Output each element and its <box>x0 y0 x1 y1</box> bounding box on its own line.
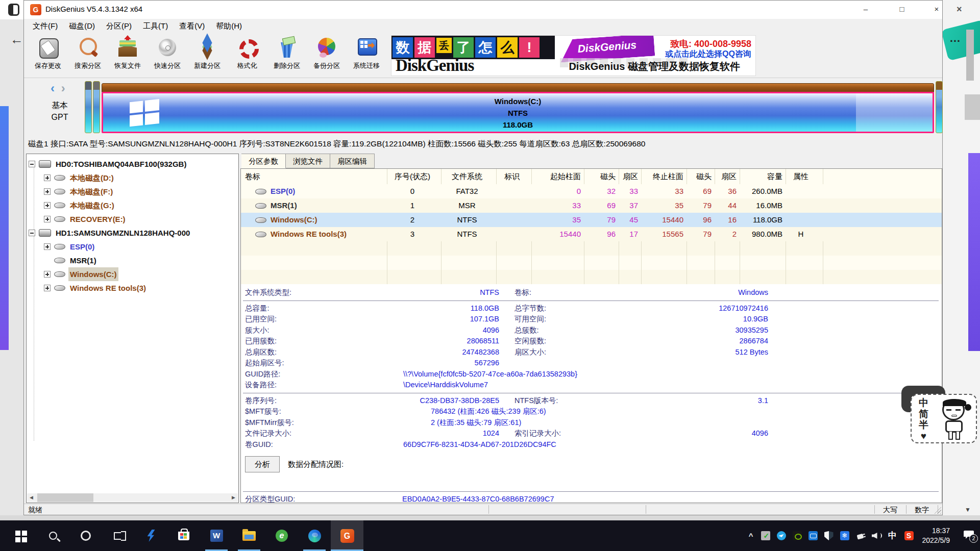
scroll-left-icon[interactable]: ◀ <box>27 493 36 502</box>
col-filesystem[interactable]: 文件系统 <box>441 169 493 184</box>
backup-partition-button[interactable]: 备份分区 <box>307 34 347 77</box>
hidden-icons-chevron[interactable]: ^ <box>749 532 753 540</box>
maximize-button[interactable]: □ <box>893 3 911 16</box>
col-start-cylinder[interactable]: 起始柱面 <box>531 169 581 184</box>
tree-item-hd1[interactable]: HD1:SAMSUNGMZNLN128HAHQ-000 <box>27 226 238 240</box>
titlebar[interactable]: G DiskGenius V5.4.3.1342 x64 – □ × <box>24 1 942 19</box>
col-start-sector[interactable]: 扇区 <box>619 169 638 184</box>
green-browser-button[interactable] <box>265 520 298 551</box>
taskbar-clock[interactable]: 18:37 2022/5/9 <box>922 526 950 545</box>
col-start-head[interactable]: 磁头 <box>584 169 616 184</box>
tree-item-local-g[interactable]: 本地磁盘(G:) <box>27 198 238 212</box>
disk-header-bar[interactable] <box>102 83 934 92</box>
edge-button[interactable] <box>298 520 331 551</box>
power-tray-icon[interactable] <box>854 530 866 541</box>
save-changes-button[interactable]: 保存更改 <box>28 34 68 77</box>
quick-partition-button[interactable]: 快速分区 <box>148 34 187 77</box>
col-seq-status[interactable]: 序号(状态) <box>387 169 438 184</box>
col-end-sector[interactable]: 扇区 <box>715 169 737 184</box>
menu-disk[interactable]: 磁盘(D) <box>63 20 101 32</box>
scroll-right-icon[interactable]: ▶ <box>229 493 238 502</box>
snowflake-tray-icon[interactable] <box>840 531 849 540</box>
tree-expander-icon[interactable] <box>29 161 35 167</box>
col-capacity[interactable]: 容量 <box>740 169 782 184</box>
sogou-tray-icon[interactable] <box>904 531 914 540</box>
defender-tray-icon[interactable] <box>824 531 834 540</box>
tree-item-local-f[interactable]: 本地磁盘(F:) <box>27 185 238 198</box>
tree-item-recovery-e[interactable]: RECOVERY(E:) <box>27 212 238 226</box>
diskgenius-taskbar-button[interactable] <box>331 520 363 551</box>
tree-expander-icon[interactable] <box>44 188 51 195</box>
msr-partition-strip[interactable] <box>93 81 100 133</box>
new-partition-button[interactable]: 新建分区 <box>187 34 227 77</box>
background-ellipsis-icon[interactable]: … <box>949 32 961 45</box>
partition-row-windows-re[interactable]: Windows RE tools(3) 3 NTFS 15440 96 17 1… <box>241 227 942 241</box>
tree-expander-icon[interactable] <box>44 243 51 250</box>
background-scrollbar[interactable] <box>966 30 974 81</box>
menu-file[interactable]: 文件(F) <box>27 20 63 32</box>
system-migration-button[interactable]: 系统迁移 <box>347 34 386 77</box>
tab-sector-edit[interactable]: 扇区编辑 <box>330 154 375 168</box>
partition-row-esp[interactable]: ESP(0) 0 FAT32 0 32 33 33 69 36 <box>241 184 942 198</box>
volume-tray-icon[interactable] <box>872 531 881 540</box>
esp-partition-strip[interactable] <box>85 81 92 133</box>
file-explorer-button[interactable] <box>233 520 265 551</box>
menu-help[interactable]: 帮助(H) <box>210 20 248 32</box>
scrollbar-thumb[interactable] <box>37 493 93 502</box>
partition-row-msr[interactable]: MSR(1) 1 MSR 33 69 37 35 79 44 <box>241 198 942 213</box>
tree-expander-icon[interactable] <box>44 216 51 222</box>
table-header-row[interactable]: 卷标 序号(状态) 文件系统 标识 起始柱面 磁头 扇区 终止柱面 磁头 扇区 … <box>241 169 942 184</box>
partition-row-windows-c[interactable]: Windows(C:) 2 NTFS 35 79 45 15440 96 <box>241 213 942 227</box>
col-end-cylinder[interactable]: 终止柱面 <box>641 169 683 184</box>
taskbar-flash-app[interactable] <box>135 520 167 551</box>
minimize-button[interactable]: – <box>857 3 874 16</box>
tree-expander-icon[interactable] <box>29 230 35 236</box>
bird-tray-icon[interactable] <box>777 531 786 540</box>
taskbar-search-button[interactable] <box>37 520 69 551</box>
menu-tools[interactable]: 工具(T) <box>137 20 174 32</box>
tree-item-hd0[interactable]: HD0:TOSHIBAMQ04ABF100(932GB) <box>27 157 238 171</box>
next-disk-icon[interactable]: › <box>61 81 65 95</box>
close-button[interactable]: × <box>928 3 945 16</box>
intel-graphics-tray-icon[interactable] <box>808 531 818 540</box>
word-button[interactable] <box>200 520 233 551</box>
menu-partition[interactable]: 分区(P) <box>101 20 137 32</box>
col-volume-label[interactable]: 卷标 <box>245 169 260 184</box>
background-dropdown-icon[interactable]: ▼ <box>965 506 971 513</box>
windows-re-partition-strip[interactable] <box>936 81 943 133</box>
menu-view[interactable]: 查看(V) <box>174 20 210 32</box>
format-button[interactable]: 格式化 <box>227 34 267 77</box>
ime-language-tray-icon[interactable]: 中 <box>888 531 898 540</box>
action-center-icon[interactable]: 2 <box>964 531 975 541</box>
nvidia-tray-icon[interactable] <box>793 531 802 540</box>
tree-expander-icon[interactable] <box>44 174 51 181</box>
col-attributes[interactable]: 属性 <box>786 169 816 184</box>
microsoft-store-button[interactable] <box>167 520 200 551</box>
tree-item-esp[interactable]: ESP(0) <box>27 240 238 254</box>
cortana-button[interactable] <box>69 520 102 551</box>
back-arrow-icon[interactable]: ← <box>10 32 23 47</box>
background-close-icon[interactable]: × <box>957 4 962 15</box>
tab-browse-files[interactable]: 浏览文件 <box>286 154 330 168</box>
tree-item-msr[interactable]: MSR(1) <box>27 254 238 267</box>
update-ok-tray-icon[interactable] <box>761 531 770 540</box>
col-identifier[interactable]: 标识 <box>496 169 528 184</box>
prev-disk-icon[interactable]: ‹ <box>51 81 55 95</box>
windows-c-partition-box[interactable]: Windows(C:) NTFS 118.0GB <box>102 92 934 133</box>
tab-partition-params[interactable]: 分区参数 <box>241 154 286 168</box>
tree-expander-icon[interactable] <box>44 285 51 291</box>
disk-nav-arrows[interactable]: ‹ › <box>51 81 65 95</box>
tree-expander-icon[interactable] <box>44 271 51 278</box>
recover-files-button[interactable]: 恢复文件 <box>108 34 148 77</box>
col-end-head[interactable]: 磁头 <box>687 169 712 184</box>
sogou-ime-panel[interactable]: 中 简 半 ♥ <box>911 394 977 443</box>
analyze-button[interactable]: 分析 <box>245 456 280 472</box>
task-view-button[interactable] <box>102 520 135 551</box>
resize-grip[interactable] <box>934 507 941 514</box>
tree-item-windows-re[interactable]: Windows RE tools(3) <box>27 281 238 295</box>
start-button[interactable] <box>4 520 37 551</box>
search-partition-button[interactable]: 搜索分区 <box>68 34 108 77</box>
delete-partition-button[interactable]: 删除分区 <box>267 34 307 77</box>
tree-horizontal-scrollbar[interactable]: ◀ ▶ <box>27 493 238 502</box>
tree-item-windows-c[interactable]: Windows(C:) <box>27 267 238 281</box>
